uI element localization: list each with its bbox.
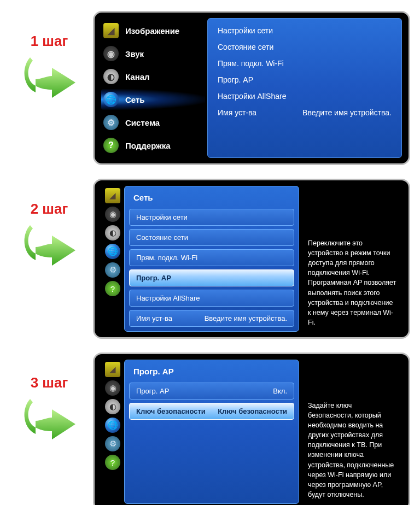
- network-icon[interactable]: 🌐: [105, 418, 120, 433]
- list-item-net-status[interactable]: Состояние сети: [129, 229, 294, 246]
- step-2-label-block: 2 шаг: [5, 179, 93, 271]
- arrow-icon: [22, 396, 77, 445]
- row-soft-ap-toggle[interactable]: Прогр. AP Вкл.: [129, 383, 294, 400]
- channel-icon: ◐: [103, 69, 119, 84]
- step-1-row: 1 шаг ◢ Изображение ◉ Звук ◐ Канал: [5, 11, 415, 165]
- submenu-soft-ap[interactable]: Прогр. AP: [218, 75, 392, 84]
- sound-icon: ◉: [103, 46, 119, 61]
- support-icon[interactable]: ?: [105, 281, 120, 296]
- tv-panel-step3: ◢ ◉ ◐ 🌐 ⚙ ? Прогр. AP Прогр. AP Вкл. Клю…: [93, 353, 410, 505]
- sidebar-item-channel[interactable]: ◐ Канал: [101, 66, 205, 87]
- device-name-value: Введите имя устройства.: [302, 108, 392, 117]
- tv-panel-step1: ◢ Изображение ◉ Звук ◐ Канал 🌐 Сеть ⚙ Си…: [93, 11, 410, 165]
- sidebar-item-picture[interactable]: ◢ Изображение: [101, 20, 205, 41]
- step-1-label-block: 1 шаг: [5, 11, 93, 103]
- main-sidebar: ◢ Изображение ◉ Звук ◐ Канал 🌐 Сеть ⚙ Си…: [101, 18, 205, 158]
- device-name-label: Имя уст-ва: [218, 108, 256, 117]
- system-icon: ⚙: [103, 115, 119, 130]
- picture-icon[interactable]: ◢: [105, 188, 120, 203]
- submenu-device-name[interactable]: Имя уст-ва Введите имя устройства.: [218, 108, 392, 117]
- network-icon[interactable]: 🌐: [105, 244, 120, 259]
- device-name-label: Имя уст-ва: [136, 314, 172, 322]
- list-item-soft-ap[interactable]: Прогр. AP: [129, 269, 294, 286]
- sidebar-item-system[interactable]: ⚙ Система: [101, 112, 205, 133]
- list-item-wifi-direct[interactable]: Прям. подкл. Wi-Fi: [129, 249, 294, 266]
- sound-icon[interactable]: ◉: [105, 207, 120, 222]
- support-icon[interactable]: ?: [105, 455, 120, 470]
- network-list-panel: Сеть Настройки сети Состояние сети Прям.…: [124, 186, 299, 332]
- step-3-label-block: 3 шаг: [5, 353, 93, 445]
- tv-panel-step2: ◢ ◉ ◐ 🌐 ⚙ ? Сеть Настройки сети Состояни…: [93, 179, 410, 339]
- network-icon: 🌐: [103, 92, 119, 107]
- arrow-icon: [22, 222, 77, 271]
- soft-ap-value: Вкл.: [273, 387, 287, 395]
- info-text-step2: Переключите это устройство в режим точки…: [299, 186, 402, 332]
- sound-icon[interactable]: ◉: [105, 380, 120, 396]
- row-security-key[interactable]: Ключ безопасности Ключ безопасности: [129, 403, 294, 420]
- channel-icon[interactable]: ◐: [105, 399, 120, 414]
- panel-title: Сеть: [129, 191, 294, 205]
- mini-sidebar: ◢ ◉ ◐ 🌐 ⚙ ?: [101, 360, 124, 504]
- picture-icon: ◢: [103, 23, 119, 38]
- info-text-step3: Задайте ключ безопасности, который необх…: [299, 360, 402, 504]
- submenu-wifi-direct[interactable]: Прям. подкл. Wi-Fi: [218, 59, 392, 68]
- mini-sidebar: ◢ ◉ ◐ 🌐 ⚙ ?: [101, 186, 124, 332]
- sidebar-label-support: Поддержка: [125, 141, 171, 150]
- network-submenu-panel: Настройки сети Состояние сети Прям. подк…: [207, 18, 402, 158]
- channel-icon[interactable]: ◐: [105, 225, 120, 240]
- submenu-allshare[interactable]: Настройки AllShare: [218, 92, 392, 101]
- arrow-icon: [22, 54, 77, 103]
- sidebar-label-network: Сеть: [125, 95, 145, 104]
- step-1-label: 1 шаг: [5, 33, 93, 50]
- security-key-label: Ключ безопасности: [136, 407, 206, 415]
- support-icon: ?: [103, 138, 119, 153]
- softap-panel: Прогр. AP Прогр. AP Вкл. Ключ безопаснос…: [124, 360, 299, 504]
- system-icon[interactable]: ⚙: [105, 436, 120, 451]
- step-3-row: 3 шаг ◢ ◉ ◐ 🌐 ⚙ ? Прогр. AP Прогр. AP Вк…: [5, 353, 415, 505]
- list-item-net-settings[interactable]: Настройки сети: [129, 209, 294, 226]
- step-2-row: 2 шаг ◢ ◉ ◐ 🌐 ⚙ ? Сеть Настройки сети Со…: [5, 179, 415, 339]
- sidebar-label-sound: Звук: [125, 49, 144, 58]
- soft-ap-label: Прогр. AP: [136, 387, 169, 395]
- sidebar-item-network[interactable]: 🌐 Сеть: [101, 89, 205, 110]
- sidebar-item-support[interactable]: ? Поддержка: [101, 135, 205, 156]
- device-name-value: Введите имя устройства.: [205, 314, 287, 322]
- step-3-label: 3 шаг: [5, 374, 93, 391]
- sidebar-label-system: Система: [125, 118, 160, 127]
- sidebar-label-channel: Канал: [125, 72, 150, 81]
- sidebar-label-picture: Изображение: [125, 26, 179, 36]
- step-2-label: 2 шаг: [5, 201, 93, 218]
- security-key-value: Ключ безопасности: [218, 407, 287, 415]
- panel-title: Прогр. AP: [129, 365, 294, 379]
- list-item-allshare[interactable]: Настройки AllShare: [129, 290, 294, 307]
- list-item-device-name[interactable]: Имя уст-ва Введите имя устройства.: [129, 310, 294, 327]
- picture-icon[interactable]: ◢: [105, 362, 120, 377]
- submenu-net-settings[interactable]: Настройки сети: [218, 26, 392, 35]
- system-icon[interactable]: ⚙: [105, 262, 120, 278]
- sidebar-item-sound[interactable]: ◉ Звук: [101, 43, 205, 64]
- submenu-net-status[interactable]: Состояние сети: [218, 43, 392, 51]
